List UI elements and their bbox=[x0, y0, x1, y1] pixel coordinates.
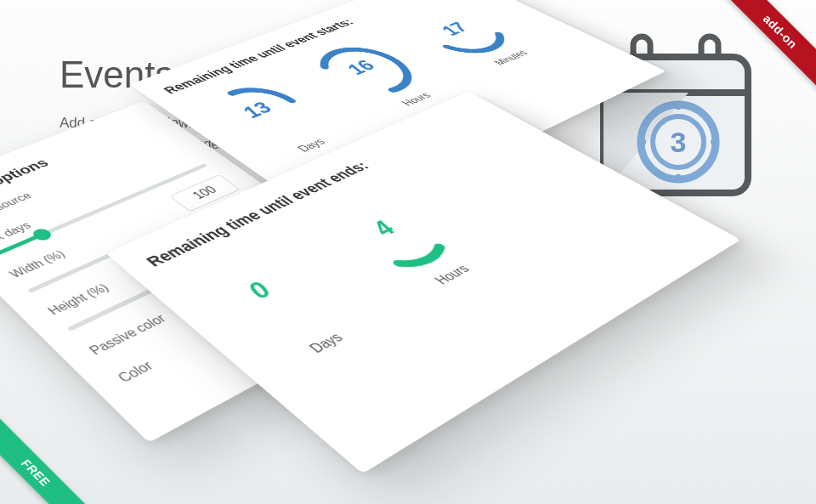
calendar-icon-digit: 3 bbox=[671, 126, 687, 158]
free-ribbon: FREE bbox=[0, 410, 99, 504]
